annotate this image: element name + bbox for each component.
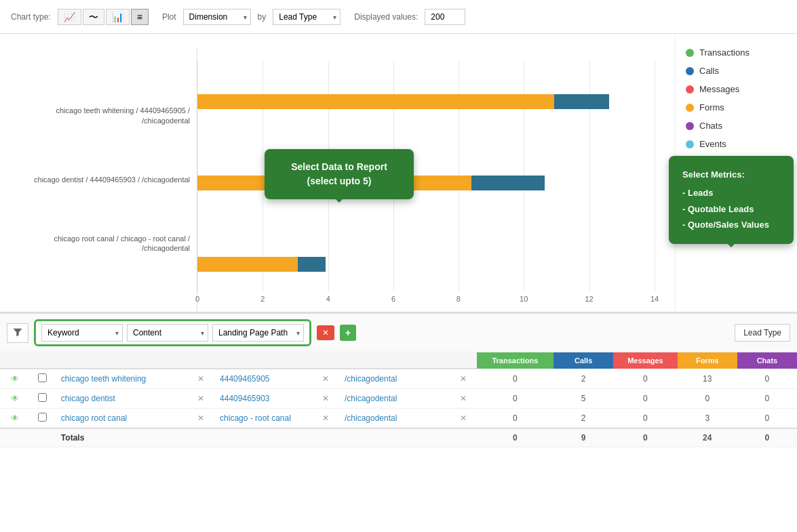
row-eye-0[interactable]: 👁 bbox=[0, 369, 30, 389]
row-calls-0: 2 bbox=[553, 369, 613, 389]
x-tick-8: 8 bbox=[456, 295, 461, 303]
row-messages-2: 0 bbox=[613, 409, 677, 429]
legend-label-chats: Chats bbox=[699, 121, 722, 131]
totals-transactions: 0 bbox=[477, 428, 553, 447]
row-check-1[interactable] bbox=[30, 389, 56, 409]
table-header-row: Transactions Calls Messages Forms Chats bbox=[0, 352, 797, 369]
row-content-1: 44409465903 bbox=[214, 389, 317, 409]
th-messages: Messages bbox=[613, 352, 677, 369]
keyword-link-2[interactable]: chicago root canal bbox=[61, 413, 127, 423]
main-area: chicago teeth whitening / 44409465905 / … bbox=[0, 34, 797, 532]
x-tick-6: 6 bbox=[391, 295, 395, 303]
keyword-link-0[interactable]: chicago teeth whitening bbox=[61, 374, 146, 384]
lp-link-2[interactable]: /chicagodental bbox=[345, 413, 397, 423]
x-tick-14: 14 bbox=[650, 295, 659, 303]
row-x-lp-0[interactable]: ✕ bbox=[454, 369, 477, 389]
content-select[interactable]: Content bbox=[127, 324, 208, 342]
legend-dot-messages bbox=[686, 85, 694, 94]
landing-page-select[interactable]: Landing Page Path bbox=[212, 324, 304, 342]
row-x-content-0[interactable]: ✕ bbox=[317, 369, 339, 389]
lead-type-select[interactable]: Lead Type bbox=[273, 9, 341, 25]
y-label-0: chicago teeth whitening / 44409465905 / … bbox=[7, 106, 190, 125]
row-eye-2[interactable]: 👁 bbox=[0, 409, 30, 429]
add-filter-button[interactable]: + bbox=[340, 325, 356, 341]
grid-line-14 bbox=[655, 61, 655, 291]
row-x-kw-2[interactable]: ✕ bbox=[192, 409, 214, 429]
row-lp-2: /chicagodental bbox=[339, 409, 454, 429]
select-data-tooltip: Select Data to Report (select upto 5) bbox=[265, 149, 414, 199]
row-checkbox-2[interactable] bbox=[38, 413, 47, 422]
keyword-select[interactable]: Keyword bbox=[41, 324, 123, 342]
row-content-2: chicago - root canal bbox=[214, 409, 317, 429]
th-calls: Calls bbox=[553, 352, 613, 369]
chart-type-line-btn[interactable]: 〜 bbox=[83, 9, 104, 25]
lp-link-0[interactable]: /chicagodental bbox=[345, 374, 397, 384]
by-label: by bbox=[258, 12, 267, 22]
filter-button[interactable] bbox=[7, 323, 28, 343]
totals-calls: 9 bbox=[553, 428, 613, 447]
row-x-content-2[interactable]: ✕ bbox=[317, 409, 339, 429]
chart-type-area-btn[interactable]: 📈 bbox=[58, 9, 81, 25]
x-tick-4: 4 bbox=[326, 295, 330, 303]
row-eye-1[interactable]: 👁 bbox=[0, 389, 30, 409]
row-keyword-1: chicago dentist bbox=[56, 389, 193, 409]
lead-type-label: Lead Type bbox=[735, 324, 790, 342]
keyword-link-1[interactable]: chicago dentist bbox=[61, 394, 115, 403]
row-content-0: 44409465905 bbox=[214, 369, 317, 389]
row-check-0[interactable] bbox=[30, 369, 56, 389]
content-link-1[interactable]: 44409465903 bbox=[220, 394, 269, 403]
select-metrics-tooltip: Select Metrics: - Leads - Quotable Leads… bbox=[669, 156, 794, 244]
row-x-kw-1[interactable]: ✕ bbox=[192, 389, 214, 409]
row-chats-2: 0 bbox=[737, 409, 797, 429]
bar-group-0 bbox=[197, 75, 655, 129]
metrics-tooltip-title: Select Metrics: bbox=[682, 167, 780, 182]
content-link-2[interactable]: chicago - root canal bbox=[220, 413, 291, 423]
legend-item-chats: Chats bbox=[686, 121, 787, 131]
table-row: 👁 chicago dentist ✕ 44409465903 ✕ bbox=[0, 389, 797, 409]
eye-icon-0: 👁 bbox=[11, 374, 19, 384]
legend-dot-calls bbox=[686, 67, 694, 75]
row-forms-2: 3 bbox=[678, 409, 737, 429]
row-x-lp-1[interactable]: ✕ bbox=[454, 389, 477, 409]
lp-link-1[interactable]: /chicagodental bbox=[345, 394, 397, 403]
totals-label-spacer bbox=[0, 428, 56, 447]
bar-row-2-orange bbox=[197, 256, 655, 272]
legend-label-messages: Messages bbox=[699, 84, 739, 94]
row-checkbox-1[interactable] bbox=[38, 393, 47, 402]
totals-label: Totals bbox=[56, 428, 477, 447]
row-calls-1: 5 bbox=[553, 389, 613, 409]
chart-type-bar-btn[interactable]: 📊 bbox=[106, 9, 130, 25]
chart-y-labels: chicago teeth whitening / 44409465905 / … bbox=[7, 47, 197, 312]
row-checkbox-0[interactable] bbox=[38, 373, 47, 382]
dimension-select[interactable]: Dimension bbox=[183, 9, 251, 25]
legend-dot-transactions bbox=[686, 49, 694, 57]
row-check-2[interactable] bbox=[30, 409, 56, 429]
th-forms: Forms bbox=[678, 352, 737, 369]
bar-teal-1 bbox=[471, 176, 545, 190]
legend-dot-events bbox=[686, 140, 694, 148]
legend-label-transactions: Transactions bbox=[699, 47, 750, 58]
table-section: Keyword Content Landing Page Path bbox=[0, 312, 797, 532]
chart-type-hbar-btn[interactable]: ≡ bbox=[131, 9, 149, 25]
row-x-content-1[interactable]: ✕ bbox=[317, 389, 339, 409]
legend-item-forms: Forms bbox=[686, 102, 787, 112]
row-transactions-0: 0 bbox=[477, 369, 553, 389]
chart-type-buttons: 📈 〜 📊 ≡ bbox=[58, 9, 149, 25]
row-transactions-1: 0 bbox=[477, 389, 553, 409]
metrics-tooltip-line2: - Quotable Leads bbox=[682, 201, 780, 217]
legend-item-transactions: Transactions bbox=[686, 47, 787, 58]
displayed-values-input[interactable]: 200 bbox=[425, 9, 465, 25]
data-table: Transactions Calls Messages Forms Chats … bbox=[0, 352, 797, 447]
th-chats: Chats bbox=[737, 352, 797, 369]
lead-type-select-wrap: Lead Type bbox=[273, 9, 341, 25]
content-link-0[interactable]: 44409465905 bbox=[220, 374, 269, 384]
row-x-lp-2[interactable]: ✕ bbox=[454, 409, 477, 429]
row-x-kw-0[interactable]: ✕ bbox=[192, 369, 214, 389]
dimension-filter-group: Keyword Content Landing Page Path bbox=[34, 319, 311, 346]
plot-label: Plot bbox=[162, 12, 176, 22]
bar-teal-0 bbox=[554, 94, 609, 109]
remove-filter-button[interactable]: ✕ bbox=[317, 325, 334, 340]
bar-orange-2 bbox=[197, 257, 298, 272]
row-calls-2: 2 bbox=[553, 409, 613, 429]
table-row: 👁 chicago teeth whitening ✕ 44409465905 … bbox=[0, 369, 797, 389]
